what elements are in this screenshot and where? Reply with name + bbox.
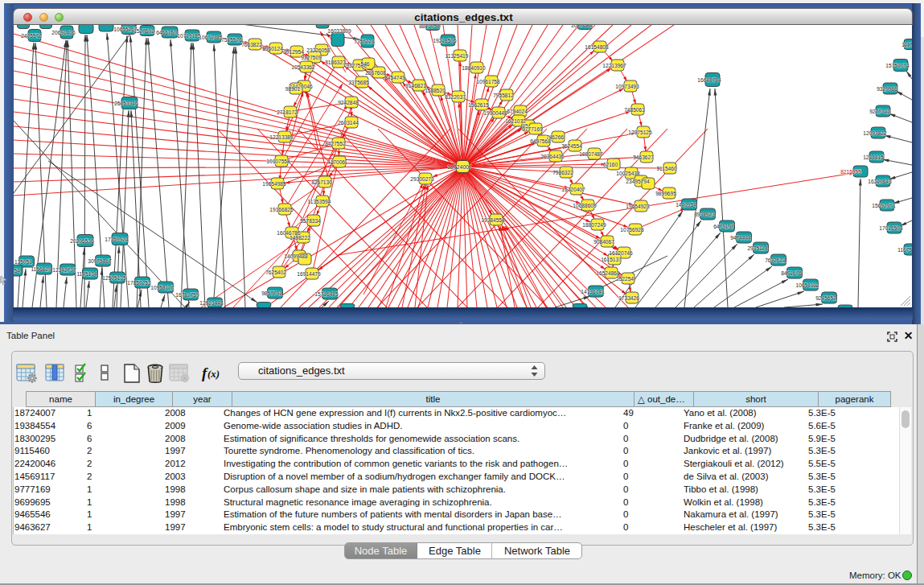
- svg-text:10654112: 10654112: [796, 282, 819, 288]
- svg-text:9899695: 9899695: [655, 191, 676, 196]
- svg-text:10107554: 10107554: [266, 159, 290, 164]
- svg-text:9115460: 9115460: [656, 166, 677, 171]
- svg-text:14136141: 14136141: [581, 289, 605, 295]
- svg-text:8267130: 8267130: [311, 179, 332, 185]
- svg-text:9777169: 9777169: [522, 126, 543, 132]
- svg-text:12505135: 12505135: [102, 275, 126, 281]
- svg-text:7663822: 7663822: [241, 42, 262, 47]
- svg-text:15751074: 15751074: [885, 63, 910, 68]
- svg-text:11325419: 11325419: [446, 53, 469, 59]
- svg-text:12923448: 12923448: [199, 300, 224, 306]
- svg-text:7515526: 7515526: [221, 37, 242, 43]
- svg-text:1145134: 1145134: [76, 271, 97, 277]
- svg-text:1498222: 1498222: [290, 235, 310, 241]
- svg-text:19654985: 19654985: [262, 181, 286, 187]
- svg-text:9327509: 9327509: [301, 55, 322, 60]
- svg-text:2603144: 2603144: [338, 120, 359, 126]
- svg-text:10719185: 10719185: [177, 33, 201, 39]
- svg-text:18640910: 18640910: [462, 65, 486, 71]
- svg-text:1562615: 1562615: [468, 102, 489, 108]
- svg-text:2405572: 2405572: [21, 33, 42, 39]
- svg-text:135051: 135051: [14, 259, 32, 265]
- svg-text:19166825: 19166825: [269, 207, 294, 212]
- svg-text:9084067: 9084067: [593, 239, 614, 245]
- svg-text:8813054: 8813054: [419, 25, 440, 29]
- svg-text:20206536: 20206536: [70, 238, 94, 244]
- svg-text:10958127: 10958127: [150, 285, 175, 290]
- svg-text:252254: 252254: [616, 276, 634, 282]
- svg-text:1117: 1117: [901, 42, 912, 47]
- svg-text:10543362: 10543362: [291, 64, 315, 70]
- svg-text:10025438: 10025438: [616, 171, 640, 176]
- svg-text:17359924: 17359924: [105, 237, 129, 242]
- svg-text:10961758: 10961758: [476, 79, 500, 84]
- svg-text:1440954: 1440954: [676, 202, 696, 208]
- svg-text:19218506: 19218506: [433, 38, 457, 43]
- svg-text:8186323: 8186323: [325, 60, 346, 65]
- svg-text:1588520: 1588520: [425, 88, 446, 93]
- svg-text:546: 546: [360, 61, 369, 67]
- svg-text:12342737: 12342737: [52, 267, 76, 273]
- svg-text:16782759: 16782759: [175, 292, 199, 298]
- svg-text:16914479: 16914479: [297, 271, 321, 277]
- svg-text:8938923: 8938923: [694, 212, 715, 217]
- svg-text:12213967: 12213967: [602, 63, 626, 68]
- svg-text:19900448: 19900448: [483, 110, 507, 116]
- svg-text:6466160: 6466160: [156, 30, 177, 35]
- svg-text:25053346: 25053346: [114, 101, 138, 106]
- svg-text:10807487: 10807487: [579, 151, 603, 157]
- svg-text:9227342: 9227342: [869, 109, 890, 114]
- svg-text:9146821: 9146821: [405, 83, 426, 89]
- svg-text:15716485: 15716485: [314, 291, 339, 297]
- svg-text:20364436: 20364436: [540, 154, 565, 159]
- svg-text:23226058: 23226058: [306, 47, 331, 53]
- svg-text:19654923: 19654923: [626, 204, 650, 209]
- svg-text:19384554: 19384554: [481, 217, 505, 223]
- svg-text:6794024: 6794024: [507, 109, 528, 114]
- svg-text:16648784: 16648784: [697, 77, 721, 83]
- svg-text:12093822: 12093822: [863, 130, 887, 136]
- svg-text:8960124: 8960124: [262, 46, 283, 51]
- svg-text:16524861: 16524861: [596, 270, 620, 276]
- svg-text:17016504: 17016504: [879, 225, 903, 231]
- svg-text:16120746: 16120746: [609, 250, 633, 256]
- svg-text:1527602: 1527602: [133, 28, 154, 34]
- svg-text:29300273: 29300273: [410, 176, 434, 182]
- svg-text:9463627: 9463627: [633, 154, 654, 160]
- svg-text:2718172: 2718172: [277, 109, 298, 115]
- svg-text:5578334: 5578334: [300, 218, 321, 224]
- svg-text:2935114: 2935114: [747, 245, 768, 251]
- svg-text:30975867: 30975867: [88, 258, 112, 264]
- svg-text:116753: 116753: [897, 247, 912, 253]
- svg-text:7986322: 7986322: [552, 170, 573, 175]
- svg-text:2087682: 2087682: [571, 25, 592, 28]
- svg-text:746266: 746266: [546, 134, 564, 140]
- svg-text:15720407: 15720407: [561, 187, 585, 192]
- svg-text:11353594: 11353594: [308, 199, 331, 204]
- svg-text:12213389: 12213389: [269, 134, 294, 140]
- svg-text:1156829: 1156829: [31, 266, 51, 272]
- svg-text:3375685: 3375685: [348, 80, 369, 85]
- svg-text:16154808: 16154808: [585, 44, 609, 50]
- svg-text:8427552: 8427552: [325, 141, 346, 146]
- svg-text:62160: 62160: [603, 162, 618, 167]
- svg-text:7955812: 7955812: [493, 93, 514, 98]
- svg-text:9329966: 9329966: [877, 86, 897, 92]
- svg-text:17857253: 17857253: [127, 280, 151, 286]
- svg-text:10756928: 10756928: [620, 227, 644, 233]
- svg-text:9242848: 9242848: [338, 100, 359, 105]
- svg-text:10688609: 10688609: [573, 203, 597, 208]
- svg-text:10671385: 10671385: [199, 35, 223, 40]
- svg-text:16210643: 16210643: [868, 179, 892, 184]
- svg-text:7485063: 7485063: [624, 107, 645, 113]
- svg-text:9857791: 9857791: [261, 290, 282, 296]
- svg-text:7625402: 7625402: [265, 270, 286, 275]
- svg-text:12975125: 12975125: [628, 130, 652, 135]
- svg-text:14099488: 14099488: [284, 253, 308, 259]
- svg-text:98901: 98901: [285, 86, 301, 92]
- svg-text:7632621: 7632621: [765, 257, 786, 263]
- svg-text:7357224: 7357224: [354, 39, 375, 44]
- svg-text:8471676: 8471676: [781, 270, 802, 276]
- svg-text:9245652: 9245652: [815, 295, 836, 301]
- svg-text:3912954: 3912954: [283, 49, 304, 55]
